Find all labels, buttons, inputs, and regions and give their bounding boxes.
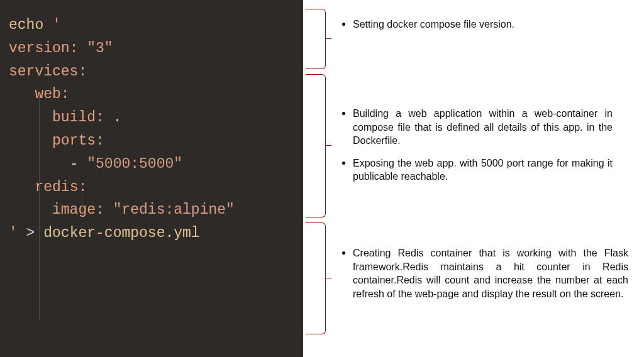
annotation-item: Setting docker compose file version. (342, 18, 613, 31)
token-redirect: > (18, 225, 43, 241)
annotation-item: Creating Redis container that is working… (342, 246, 628, 300)
token-key: ports: (52, 133, 104, 149)
token-key: image: (52, 202, 104, 218)
indent-guide (39, 94, 40, 321)
code-line: image: "redis:alpine" (9, 199, 294, 222)
annotation-text: Creating Redis container that is working… (353, 246, 628, 300)
token-key: services: (9, 63, 87, 80)
bracket (306, 222, 326, 334)
token-key: redis: (35, 179, 87, 195)
code-line: build: . (9, 106, 294, 129)
code-line: - "5000:5000" (9, 153, 294, 176)
code-editor-pane: echo ' version: "3" services: web: build… (0, 0, 303, 357)
token-value: . (104, 109, 122, 126)
annotation-group: Setting docker compose file version. (342, 18, 613, 40)
bracket (306, 74, 326, 217)
annotation-item: Exposing the web app. with 5000 port ran… (342, 157, 613, 184)
code-line: redis: (9, 176, 294, 199)
annotation-text: Setting docker compose file version. (353, 18, 514, 31)
annotation-group: Creating Redis container that is working… (342, 246, 628, 309)
code-line: ports: (9, 129, 294, 153)
annotation-group: Building a web application within a web-… (342, 107, 613, 192)
token-dash: - (70, 156, 87, 172)
token-string: "3" (78, 40, 113, 57)
code-line: ' > docker-compose.yml (9, 222, 294, 245)
code-line: services: (9, 60, 294, 84)
token-key: build: (52, 109, 104, 126)
token-key: web: (35, 86, 69, 102)
token-command: echo (9, 17, 43, 33)
token-filename: docker-compose.yml (43, 225, 199, 241)
indent-guide (82, 195, 82, 215)
code-line: echo ' (9, 14, 294, 37)
token-string: "redis:alpine" (104, 202, 235, 218)
annotation-pane: Setting docker compose file version. Bui… (303, 0, 644, 357)
annotation-item: Building a web application within a web-… (342, 107, 613, 148)
token-quote: ' (43, 17, 61, 33)
bullet-icon (342, 112, 345, 115)
bullet-icon (342, 23, 345, 26)
token-key: version: (9, 40, 78, 57)
bullet-icon (342, 162, 345, 165)
token-quote: ' (9, 225, 18, 241)
annotation-text: Exposing the web app. with 5000 port ran… (353, 157, 613, 184)
code-line: version: "3" (9, 37, 294, 60)
bracket (306, 9, 326, 69)
token-string: "5000:5000" (87, 156, 182, 172)
annotation-text: Building a web application within a web-… (353, 107, 613, 148)
bullet-icon (342, 251, 345, 255)
code-line: web: (9, 83, 294, 106)
